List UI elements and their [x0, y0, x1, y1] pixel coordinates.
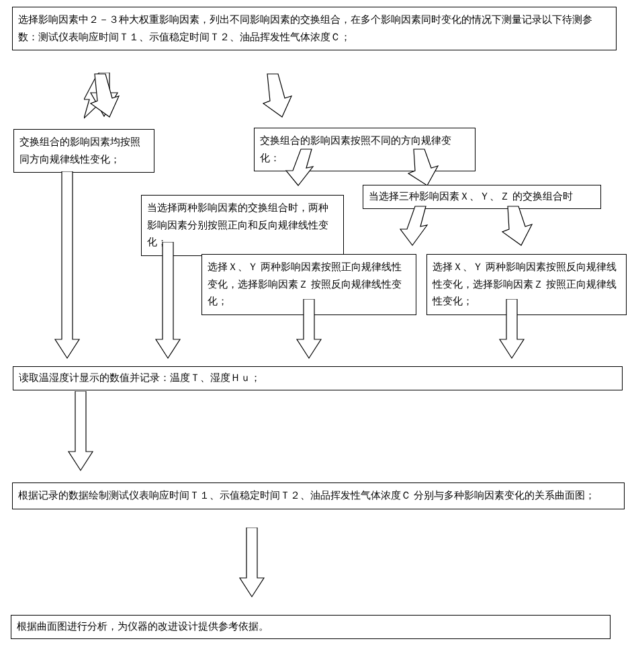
step-text: 读取温湿度计显示的数值并记录：温度Ｔ、湿度Ｈｕ；: [19, 372, 261, 383]
arrow-b5-to-b7: [497, 205, 537, 249]
arrow-b3-to-b5: [403, 148, 443, 188]
arrow-b1-to-b3: [257, 73, 297, 120]
step-analyze: 根据曲面图进行分析，为仪器的改进设计提供参考依据。: [11, 615, 611, 639]
arrow-b6-to-b8: [296, 299, 322, 360]
step-text: 根据曲面图进行分析，为仪器的改进设计提供参考依据。: [17, 621, 269, 632]
arrow-b8-to-b9: [67, 391, 94, 472]
arrow-b4-to-b8: [154, 242, 181, 360]
step-plot-curves: 根据记录的数据绘制测试仪表响应时间Ｔ１、示值稳定时间Ｔ２、油品挥发性气体浓度Ｃ …: [12, 482, 625, 509]
step-text: 根据记录的数据绘制测试仪表响应时间Ｔ１、示值稳定时间Ｔ２、油品挥发性气体浓度Ｃ …: [18, 490, 595, 501]
step-read-temp-humidity: 读取温湿度计显示的数值并记录：温度Ｔ、湿度Ｈｕ；: [13, 366, 623, 390]
step-text: 当选择两种影响因素的交换组合时，两种影响因素分别按照正向和反向规律线性变化；: [147, 202, 328, 247]
arrow-b7-to-b8: [498, 299, 525, 360]
arrow-b1-to-b2-alt: [84, 73, 124, 120]
step-text: 选择影响因素中２－３种大权重影响因素，列出不同影响因素的交换组合，在多个影响因素…: [18, 14, 592, 42]
arrow-b9-to-b10: [238, 528, 265, 598]
step-same-direction: 交换组合的影响因素均按照同方向规律线性变化；: [13, 129, 154, 173]
step-text: 交换组合的影响因素均按照同方向规律线性变化；: [19, 136, 140, 165]
step-text: 当选择三种影响因素Ｘ、Ｙ、Ｚ 的交换组合时: [369, 191, 573, 202]
step-xy-neg-z-pos: 选择Ｘ、Ｙ 两种影响因素按照反向规律线性变化，选择影响因素Ｚ 按照正向规律线性变…: [426, 254, 627, 315]
arrow-b2-to-b8: [54, 171, 81, 360]
arrow-b5-to-b6: [396, 205, 437, 249]
step-select-factors: 选择影响因素中２－３种大权重影响因素，列出不同影响因素的交换组合，在多个影响因素…: [12, 7, 617, 50]
arrow-b3-to-b4: [282, 148, 322, 188]
